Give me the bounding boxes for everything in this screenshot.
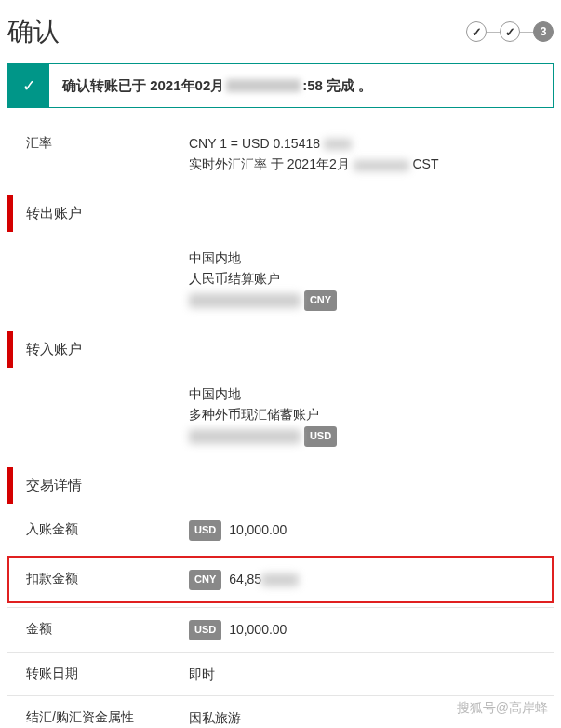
debit-value: CNY 64,85: [189, 569, 552, 590]
redacted-debit-tail: [261, 573, 299, 586]
transfer-date-row: 转账日期 即时: [7, 652, 554, 695]
purpose-label: 结汇/购汇资金属性: [26, 708, 189, 726]
redacted-from-acct-no: [189, 293, 301, 308]
amount-value: USD 10,000.00: [189, 619, 554, 640]
from-account-value: 中国内地 人民币结算账户 CNY: [189, 248, 554, 311]
amount-label: 金额: [26, 619, 189, 638]
from-account-row: 中国内地 人民币结算账户 CNY: [7, 236, 554, 322]
banner-text: 确认转账已于 2021年02月 :58 完成 。: [49, 64, 553, 107]
step-3-active: 3: [533, 21, 554, 42]
banner-prefix: 确认转账已于 2021年02月: [62, 77, 224, 95]
credit-label: 入账金额: [26, 519, 189, 538]
amount-row: 金额 USD 10,000.00: [7, 607, 554, 652]
section-from-account: 转出账户: [7, 195, 554, 232]
rate-label: 汇率: [26, 133, 189, 152]
content-panel: 汇率 CNY 1 = USD 0.15418 实时外汇汇率 于 2021年2月 …: [0, 122, 561, 728]
date-label: 转账日期: [26, 664, 189, 682]
section-to-account: 转入账户: [7, 331, 554, 368]
rate-line2-prefix: 实时外汇汇率 于 2021年2月: [189, 156, 350, 171]
from-acct-type: 人民币结算账户: [189, 268, 554, 289]
amount-amount: 10,000.00: [229, 622, 287, 637]
step-2-done: [500, 21, 520, 42]
to-acct-type: 多种外币现汇储蓄账户: [189, 404, 554, 425]
debit-amount: 64,85: [229, 572, 261, 586]
rate-line1: CNY 1 = USD 0.15418: [189, 136, 320, 151]
check-icon: ✓: [8, 64, 49, 107]
redacted-rate: [324, 139, 352, 150]
rate-value: CNY 1 = USD 0.15418 实时外汇汇率 于 2021年2月 CST: [189, 133, 554, 175]
to-account-row: 中国内地 多种外币现汇储蓄账户 USD: [7, 372, 554, 458]
redacted-date: [226, 79, 301, 92]
credit-amount: 10,000.00: [229, 522, 287, 537]
redacted-time: [354, 160, 409, 171]
rate-row: 汇率 CNY 1 = USD 0.15418 实时外汇汇率 于 2021年2月 …: [7, 122, 554, 186]
to-currency-badge: USD: [304, 426, 337, 447]
from-region: 中国内地: [189, 248, 554, 268]
progress-steps: 3: [466, 21, 554, 42]
credit-amount-row: 入账金额 USD 10,000.00: [7, 508, 554, 552]
step-connector: [487, 32, 500, 33]
section-transaction-detail: 交易详情: [7, 467, 554, 504]
watermark: 搜狐号@高岸蜂: [457, 700, 548, 717]
step-1-done: [466, 21, 487, 42]
page-header: 确认 3: [0, 0, 561, 59]
credit-value: USD 10,000.00: [189, 519, 554, 541]
debit-label: 扣款金额: [26, 569, 189, 587]
redacted-to-acct-no: [189, 429, 301, 444]
to-region: 中国内地: [189, 384, 554, 404]
success-banner: ✓ 确认转账已于 2021年02月 :58 完成 。: [7, 63, 554, 108]
page-title: 确认: [7, 14, 60, 49]
date-value: 即时: [189, 664, 554, 684]
debit-currency-badge: CNY: [189, 570, 221, 590]
credit-currency-badge: USD: [189, 520, 221, 541]
amount-currency-badge: USD: [189, 620, 221, 640]
from-currency-badge: CNY: [304, 290, 337, 311]
banner-suffix: :58 完成 。: [302, 77, 372, 95]
debit-amount-row-highlighted: 扣款金额 CNY 64,85: [7, 556, 554, 603]
rate-line2-suffix: CST: [413, 156, 439, 171]
to-account-value: 中国内地 多种外币现汇储蓄账户 USD: [189, 384, 554, 447]
step-connector: [520, 32, 533, 33]
